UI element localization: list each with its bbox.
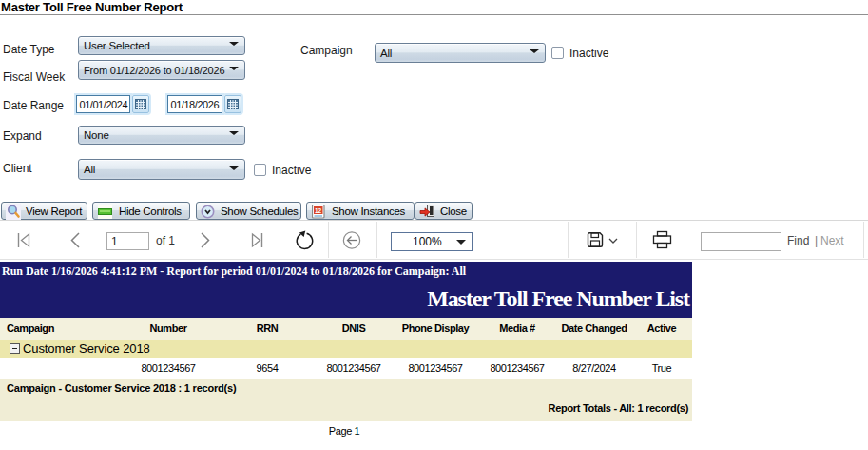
svg-text:12: 12 [315, 207, 322, 214]
